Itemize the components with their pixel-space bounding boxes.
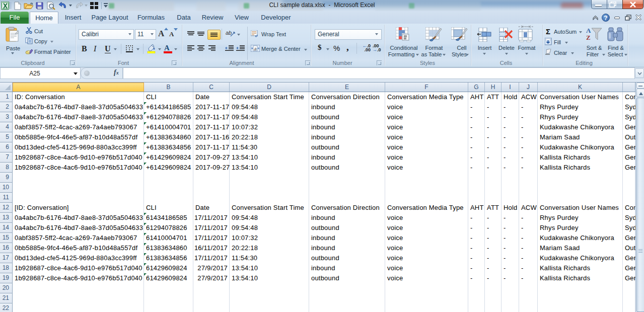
svg-text:Z: Z [586, 34, 591, 41]
svg-text:a: a [254, 46, 256, 51]
svg-text:A: A [586, 27, 591, 34]
